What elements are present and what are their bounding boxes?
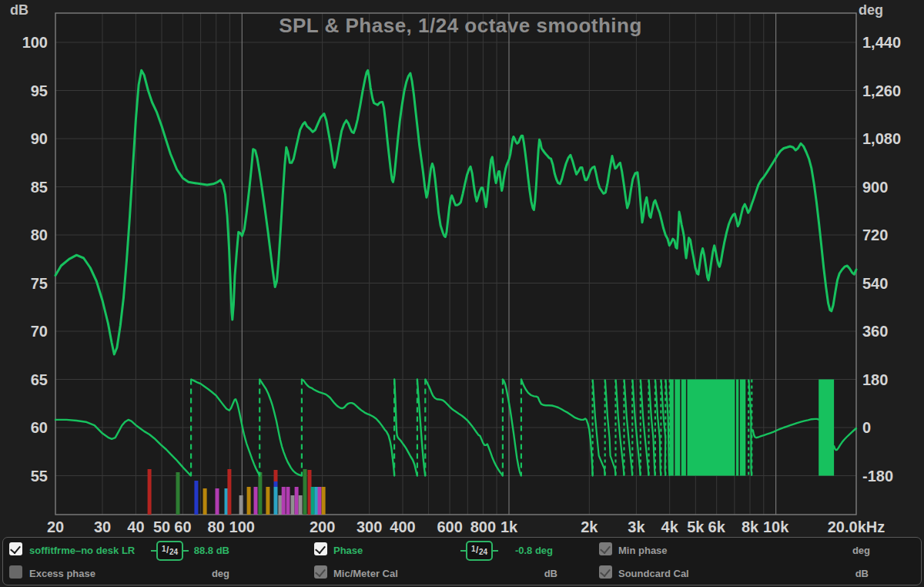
- svg-text:70: 70: [31, 323, 48, 340]
- svg-text:8k: 8k: [742, 518, 759, 535]
- smoothing-numerator: 1: [162, 545, 166, 553]
- smoothing-lead-icon: [151, 550, 156, 552]
- fraction-slash-icon: /: [476, 545, 478, 555]
- svg-text:30: 30: [94, 518, 111, 535]
- svg-text:80: 80: [31, 226, 48, 243]
- phase-smoothing-button[interactable]: 1/24: [460, 541, 498, 561]
- svg-text:720: 720: [862, 226, 888, 243]
- phase-label[interactable]: Phase: [333, 545, 363, 556]
- soundcard-cal-unit: dB: [855, 568, 869, 579]
- svg-text:60: 60: [174, 518, 191, 535]
- svg-text:20: 20: [47, 518, 64, 535]
- min-phase-label: Min phase: [618, 545, 668, 556]
- svg-text:1k: 1k: [500, 518, 518, 535]
- excess-phase-unit: deg: [212, 568, 229, 579]
- svg-text:75: 75: [31, 275, 48, 292]
- smoothing-denominator: 24: [169, 548, 178, 556]
- fraction-slash-icon: /: [166, 545, 169, 555]
- mic-meter-cal-unit: dB: [544, 568, 557, 579]
- svg-text:900: 900: [862, 179, 888, 196]
- phase-value: -0.8 deg: [515, 545, 553, 556]
- smoothing-denominator: 24: [479, 548, 487, 556]
- smoothing-numerator: 1: [471, 545, 476, 553]
- chart-title: SPL & Phase, 1/24 octave smoothing: [279, 14, 642, 38]
- phase-checkbox[interactable]: [314, 542, 327, 555]
- spl-phase-app: 1009590858075706560551,4401,2601,0809007…: [0, 0, 924, 587]
- measurement-label[interactable]: soffitfrme–no desk LR: [29, 545, 135, 556]
- svg-text:200: 200: [310, 518, 335, 535]
- smoothing-lead-icon: [183, 550, 189, 552]
- svg-text:65: 65: [31, 371, 48, 388]
- svg-text:50: 50: [153, 518, 170, 535]
- svg-text:95: 95: [31, 82, 48, 99]
- svg-text:-180: -180: [862, 468, 893, 485]
- spl-smoothing-button[interactable]: 1/24: [151, 541, 189, 561]
- svg-text:300: 300: [357, 518, 382, 535]
- left-axis-unit: dB: [10, 2, 28, 18]
- svg-text:600: 600: [437, 518, 462, 535]
- svg-text:100: 100: [22, 34, 48, 51]
- mic-meter-cal-checkbox[interactable]: [314, 565, 327, 579]
- min-phase-checkbox[interactable]: [599, 542, 612, 555]
- chart-plot-area[interactable]: 1009590858075706560551,4401,2601,0809007…: [0, 0, 924, 539]
- svg-text:4k: 4k: [661, 518, 679, 535]
- svg-text:60: 60: [31, 419, 48, 436]
- svg-text:0: 0: [862, 419, 871, 436]
- measurement-checkbox[interactable]: [9, 542, 22, 555]
- svg-text:800: 800: [470, 518, 496, 535]
- svg-text:1,080: 1,080: [862, 130, 901, 147]
- svg-text:55: 55: [31, 468, 48, 485]
- svg-text:1,440: 1,440: [862, 34, 901, 51]
- svg-text:180: 180: [862, 371, 888, 388]
- right-axis-unit: deg: [859, 2, 883, 18]
- svg-text:90: 90: [31, 130, 48, 147]
- svg-text:3k: 3k: [628, 518, 645, 535]
- soundcard-cal-checkbox[interactable]: [599, 565, 612, 579]
- svg-text:10k: 10k: [763, 518, 789, 535]
- spl-level-value: 88.8 dB: [194, 545, 229, 556]
- svg-text:5k: 5k: [687, 518, 705, 535]
- svg-text:85: 85: [31, 179, 48, 196]
- smoothing-lead-icon: [460, 550, 466, 552]
- svg-text:20.0kHz: 20.0kHz: [828, 518, 886, 535]
- svg-text:2k: 2k: [581, 518, 598, 535]
- soundcard-cal-label: Soundcard Cal: [618, 568, 689, 579]
- smoothing-lead-icon: [493, 550, 498, 552]
- svg-text:1,260: 1,260: [862, 82, 901, 99]
- svg-text:540: 540: [862, 275, 888, 292]
- svg-text:360: 360: [862, 323, 888, 340]
- excess-phase-label: Excess phase: [29, 568, 95, 579]
- svg-text:100: 100: [229, 518, 255, 535]
- svg-text:40: 40: [127, 518, 144, 535]
- min-phase-unit: deg: [852, 545, 870, 556]
- svg-text:80: 80: [208, 518, 225, 535]
- svg-text:400: 400: [390, 518, 415, 535]
- svg-text:6k: 6k: [708, 518, 726, 535]
- mic-meter-cal-label: Mic/Meter Cal: [333, 568, 398, 579]
- excess-phase-checkbox[interactable]: [9, 565, 22, 579]
